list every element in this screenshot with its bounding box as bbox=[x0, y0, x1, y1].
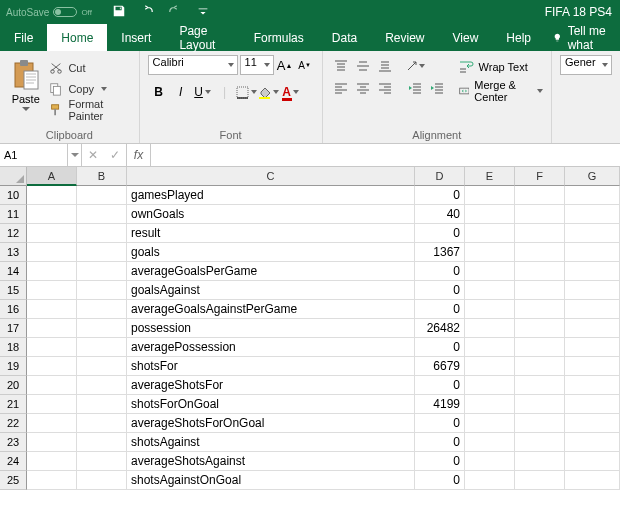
cell[interactable] bbox=[465, 319, 515, 338]
tab-formulas[interactable]: Formulas bbox=[240, 24, 318, 51]
decrease-font-button[interactable]: A▼ bbox=[296, 55, 314, 75]
tab-page-layout[interactable]: Page Layout bbox=[165, 24, 239, 51]
cell[interactable]: shotsFor bbox=[127, 357, 415, 376]
col-header-G[interactable]: G bbox=[565, 167, 620, 186]
row-header[interactable]: 20 bbox=[0, 376, 27, 395]
enter-formula-button[interactable]: ✓ bbox=[104, 148, 126, 162]
name-box[interactable]: A1 bbox=[0, 144, 68, 166]
tab-file[interactable]: File bbox=[0, 24, 47, 51]
col-header-C[interactable]: C bbox=[127, 167, 415, 186]
cell[interactable] bbox=[77, 357, 127, 376]
row-header[interactable]: 14 bbox=[0, 262, 27, 281]
cell[interactable] bbox=[77, 205, 127, 224]
cell[interactable]: 0 bbox=[415, 471, 465, 490]
align-top-button[interactable] bbox=[331, 57, 351, 75]
cell[interactable] bbox=[465, 414, 515, 433]
font-size-select[interactable]: 11 bbox=[240, 55, 274, 75]
cell[interactable]: shotsAgainst bbox=[127, 433, 415, 452]
cell[interactable] bbox=[77, 376, 127, 395]
tab-data[interactable]: Data bbox=[318, 24, 371, 51]
col-header-D[interactable]: D bbox=[415, 167, 465, 186]
align-center-button[interactable] bbox=[353, 79, 373, 97]
tell-me-search[interactable]: Tell me what bbox=[545, 24, 620, 51]
cell[interactable] bbox=[77, 395, 127, 414]
cell[interactable] bbox=[515, 414, 565, 433]
align-bottom-button[interactable] bbox=[375, 57, 395, 75]
col-header-A[interactable]: A bbox=[27, 167, 77, 186]
cell[interactable]: 0 bbox=[415, 281, 465, 300]
cell[interactable] bbox=[465, 376, 515, 395]
cell[interactable] bbox=[465, 186, 515, 205]
cell[interactable] bbox=[77, 186, 127, 205]
row-header[interactable]: 10 bbox=[0, 186, 27, 205]
cell[interactable] bbox=[77, 338, 127, 357]
cell[interactable] bbox=[27, 205, 77, 224]
row-header[interactable]: 13 bbox=[0, 243, 27, 262]
cell[interactable] bbox=[77, 471, 127, 490]
cell[interactable]: averageShotsFor bbox=[127, 376, 415, 395]
row-header[interactable]: 24 bbox=[0, 452, 27, 471]
number-format-select[interactable]: Gener bbox=[560, 55, 612, 75]
cell[interactable] bbox=[565, 452, 620, 471]
cell[interactable] bbox=[565, 243, 620, 262]
merge-center-button[interactable]: Merge & Center bbox=[459, 81, 543, 101]
decrease-indent-button[interactable] bbox=[405, 79, 425, 97]
col-header-B[interactable]: B bbox=[77, 167, 127, 186]
cell[interactable]: 0 bbox=[415, 186, 465, 205]
borders-button[interactable] bbox=[236, 81, 258, 103]
tab-insert[interactable]: Insert bbox=[107, 24, 165, 51]
cell[interactable] bbox=[27, 243, 77, 262]
row-header[interactable]: 17 bbox=[0, 319, 27, 338]
cell[interactable]: 0 bbox=[415, 224, 465, 243]
cell[interactable] bbox=[27, 186, 77, 205]
cell[interactable]: result bbox=[127, 224, 415, 243]
cell[interactable]: shotsForOnGoal bbox=[127, 395, 415, 414]
row-header[interactable]: 23 bbox=[0, 433, 27, 452]
cell[interactable] bbox=[515, 186, 565, 205]
cell[interactable] bbox=[77, 262, 127, 281]
cell[interactable] bbox=[465, 433, 515, 452]
cell[interactable] bbox=[77, 414, 127, 433]
cell[interactable]: 0 bbox=[415, 414, 465, 433]
cell[interactable]: 0 bbox=[415, 262, 465, 281]
cell[interactable] bbox=[465, 205, 515, 224]
cell[interactable] bbox=[465, 395, 515, 414]
row-header[interactable]: 11 bbox=[0, 205, 27, 224]
cell[interactable] bbox=[515, 319, 565, 338]
cell[interactable] bbox=[27, 357, 77, 376]
cell[interactable] bbox=[27, 395, 77, 414]
cell[interactable] bbox=[515, 433, 565, 452]
cell[interactable]: 0 bbox=[415, 376, 465, 395]
cell[interactable]: 0 bbox=[415, 452, 465, 471]
copy-button[interactable]: Copy bbox=[49, 80, 130, 98]
cell[interactable] bbox=[27, 414, 77, 433]
format-painter-button[interactable]: Format Painter bbox=[49, 101, 130, 119]
cell[interactable] bbox=[565, 224, 620, 243]
tab-home[interactable]: Home bbox=[47, 24, 107, 51]
cell[interactable] bbox=[77, 281, 127, 300]
cell[interactable] bbox=[515, 357, 565, 376]
row-header[interactable]: 12 bbox=[0, 224, 27, 243]
paste-button[interactable]: Paste bbox=[8, 55, 43, 127]
tab-review[interactable]: Review bbox=[371, 24, 438, 51]
cell[interactable] bbox=[515, 262, 565, 281]
cell[interactable] bbox=[565, 376, 620, 395]
row-header[interactable]: 25 bbox=[0, 471, 27, 490]
cell[interactable]: averageGoalsPerGame bbox=[127, 262, 415, 281]
cell[interactable] bbox=[465, 243, 515, 262]
row-header[interactable]: 16 bbox=[0, 300, 27, 319]
col-header-F[interactable]: F bbox=[515, 167, 565, 186]
increase-indent-button[interactable] bbox=[427, 79, 447, 97]
row-header[interactable]: 22 bbox=[0, 414, 27, 433]
cell[interactable] bbox=[27, 471, 77, 490]
cell[interactable]: ownGoals bbox=[127, 205, 415, 224]
cell[interactable] bbox=[565, 433, 620, 452]
orientation-button[interactable] bbox=[405, 57, 425, 75]
cell[interactable] bbox=[465, 300, 515, 319]
select-all-corner[interactable] bbox=[0, 167, 27, 186]
cell[interactable]: 6679 bbox=[415, 357, 465, 376]
cell[interactable] bbox=[565, 338, 620, 357]
font-name-select[interactable]: Calibri bbox=[148, 55, 238, 75]
cell[interactable] bbox=[565, 414, 620, 433]
cell[interactable] bbox=[465, 224, 515, 243]
